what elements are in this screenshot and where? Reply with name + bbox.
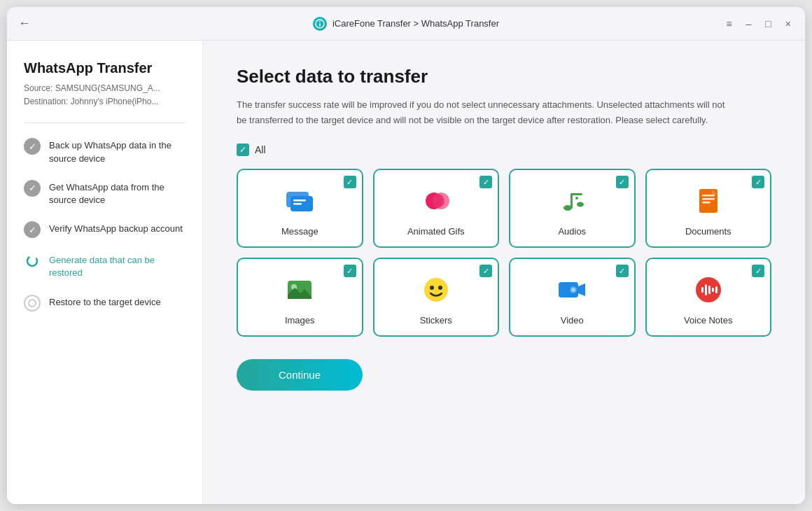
svg-point-13 [577, 202, 584, 207]
documents-icon [690, 183, 727, 219]
continue-button[interactable]: Continue [237, 359, 363, 391]
step-item-2: ✓ Get WhatsApp data from the source devi… [24, 179, 186, 206]
card-label-video: Video [561, 315, 584, 326]
svg-rect-34 [715, 286, 718, 293]
step-icon-3: ✓ [24, 221, 41, 238]
svg-point-3 [27, 256, 37, 266]
video-icon [554, 272, 590, 308]
card-video[interactable]: ✓ Video [509, 258, 636, 337]
svg-rect-31 [705, 284, 707, 295]
card-message[interactable]: ✓ Message [237, 169, 363, 248]
content-area: WhatsApp Transfer Source: SAMSUNG(SAMSUN… [7, 41, 805, 504]
step-label-5: Restore to the target device [49, 294, 161, 309]
card-stickers[interactable]: ✓ Stickers [373, 258, 500, 337]
all-checkbox-row: ✓ All [237, 144, 771, 156]
card-animated-gifs[interactable]: ✓ Animated Gifs [373, 169, 500, 248]
card-label-images: Images [285, 315, 315, 326]
svg-point-28 [571, 288, 575, 292]
svg-rect-20 [702, 202, 710, 204]
card-check-stickers: ✓ [479, 265, 492, 277]
svg-rect-33 [712, 288, 714, 292]
card-images[interactable]: ✓ Images [237, 258, 363, 337]
svg-point-11 [430, 194, 444, 208]
svg-point-4 [29, 300, 36, 307]
step-list: ✓ Back up WhatsApp data in the source de… [24, 137, 186, 311]
svg-rect-2 [319, 23, 321, 27]
card-label-message: Message [281, 226, 318, 237]
sidebar: WhatsApp Transfer Source: SAMSUNG(SAMSUN… [7, 41, 203, 504]
svg-rect-7 [293, 200, 306, 202]
window-controls: ≡ – □ × [723, 17, 794, 31]
card-check-message: ✓ [344, 176, 356, 188]
close-button[interactable]: × [783, 17, 794, 31]
svg-rect-19 [702, 198, 715, 200]
svg-point-23 [424, 278, 448, 302]
step-icon-2: ✓ [24, 180, 41, 197]
card-label-stickers: Stickers [420, 315, 452, 326]
animated-gifs-icon [418, 183, 454, 219]
step-icon-1: ✓ [24, 138, 41, 155]
images-icon [281, 272, 318, 308]
card-check-voice-notes: ✓ [752, 265, 764, 277]
maximize-button[interactable]: □ [762, 17, 774, 31]
step-label-1: Back up WhatsApp data in the source devi… [49, 137, 186, 164]
svg-point-25 [438, 286, 442, 290]
card-label-audios: Audios [558, 226, 586, 237]
sidebar-title: WhatsApp Transfer [24, 60, 186, 76]
data-grid: ✓ Message ✓ [237, 169, 771, 337]
card-check-images: ✓ [344, 265, 356, 277]
card-label-voice-notes: Voice Notes [684, 315, 732, 326]
step-icon-5 [24, 295, 41, 312]
audios-icon [554, 183, 590, 219]
svg-rect-18 [702, 195, 715, 197]
card-check-audios: ✓ [616, 176, 629, 188]
app-logo [313, 17, 327, 31]
all-label: All [255, 144, 266, 155]
step-item-4: Generate data that can be restored [24, 252, 186, 279]
card-check-documents: ✓ [752, 176, 764, 188]
svg-rect-15 [570, 193, 582, 195]
all-checkbox[interactable]: ✓ [237, 144, 249, 156]
titlebar-text: iCareFone Transfer > WhatsApp Transfer [332, 18, 499, 29]
app-window: ← iCareFone Transfer > WhatsApp Transfer… [7, 7, 805, 504]
destination-label: Destination: Johnny's iPhone(iPho... [24, 95, 186, 108]
source-label: Source: SAMSUNG(SAMSUNG_A... [24, 82, 186, 95]
back-button[interactable]: ← [18, 16, 31, 31]
card-label-animated-gifs: Animated Gifs [407, 226, 465, 237]
svg-rect-8 [293, 203, 302, 205]
svg-point-16 [575, 197, 578, 200]
step-label-3: Verify WhatsApp backup account [49, 220, 183, 235]
svg-point-1 [319, 21, 321, 22]
page-description: The transfer success rate will be improv… [237, 97, 727, 128]
titlebar: ← iCareFone Transfer > WhatsApp Transfer… [7, 7, 805, 41]
sidebar-divider [24, 122, 186, 123]
step-label-4: Generate data that can be restored [49, 252, 186, 279]
card-check-animated-gifs: ✓ [479, 176, 492, 188]
voice-notes-icon [690, 272, 727, 308]
step-item-5: Restore to the target device [24, 294, 186, 312]
step-item-3: ✓ Verify WhatsApp backup account [24, 220, 186, 238]
step-item-1: ✓ Back up WhatsApp data in the source de… [24, 137, 186, 164]
titlebar-title: iCareFone Transfer > WhatsApp Transfer [313, 17, 499, 31]
svg-rect-32 [708, 286, 710, 294]
sidebar-source: Source: SAMSUNG(SAMSUNG_A... Destination… [24, 82, 186, 108]
card-label-documents: Documents [685, 226, 732, 237]
menu-icon[interactable]: ≡ [723, 17, 734, 31]
minimize-button[interactable]: – [743, 17, 755, 31]
card-check-video: ✓ [616, 265, 629, 277]
card-audios[interactable]: ✓ Audios [509, 169, 636, 248]
message-icon [281, 183, 318, 219]
svg-point-24 [430, 286, 434, 290]
step-icon-4 [24, 253, 41, 270]
card-voice-notes[interactable]: ✓ Voice Notes [645, 258, 772, 337]
svg-rect-14 [570, 193, 573, 209]
main-content: Select data to transfer The transfer suc… [203, 41, 805, 504]
page-title: Select data to transfer [237, 66, 771, 88]
step-label-2: Get WhatsApp data from the source device [49, 179, 186, 206]
svg-rect-30 [701, 287, 704, 293]
stickers-icon [418, 272, 454, 308]
card-documents[interactable]: ✓ Documents [645, 169, 772, 248]
